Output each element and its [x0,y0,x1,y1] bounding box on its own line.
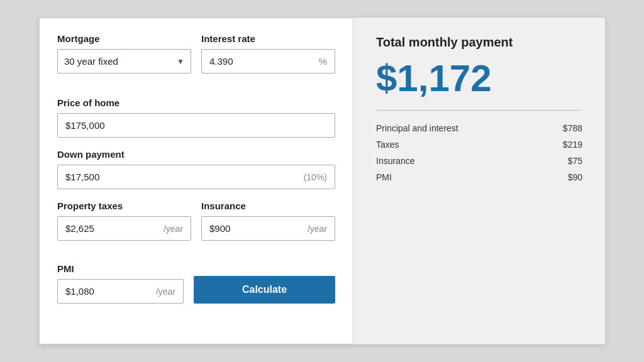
down-payment-label: Down payment [57,149,335,160]
chevron-down-icon: ▼ [177,57,184,66]
price-input[interactable] [65,120,327,131]
pmi-input[interactable] [65,286,151,297]
breakdown-label: Principal and interest [376,123,458,133]
pmi-input-box: /year [57,279,184,304]
taxes-unit: /year [164,224,183,234]
divider [376,110,582,111]
breakdown-value: $90 [568,172,582,182]
down-payment-percent: (10%) [304,172,327,182]
breakdown-row: Insurance $75 [376,156,582,166]
total-monthly-label: Total monthly payment [376,35,582,50]
breakdown-value: $788 [563,123,582,133]
pmi-label: PMI [57,263,184,274]
breakdown-label: Insurance [376,156,414,166]
breakdown-value: $75 [568,156,582,166]
breakdown-container: Principal and interest $788 Taxes $219 I… [376,123,582,182]
mortgage-label: Mortgage [57,33,191,44]
taxes-field: Property taxes /year [57,200,191,241]
breakdown-row: Principal and interest $788 [376,123,582,133]
taxes-input-box: /year [57,216,191,241]
breakdown-label: Taxes [376,140,399,150]
calculate-button[interactable]: Calculate [194,276,335,304]
interest-input-box: % [201,49,335,74]
interest-input[interactable] [209,56,319,67]
pmi-field: PMI /year [57,263,184,304]
breakdown-row: PMI $90 [376,172,582,182]
mortgage-select[interactable]: 30 year fixed ▼ [57,49,191,74]
calculator-wrapper: Mortgage 30 year fixed ▼ Interest rate %… [39,18,605,344]
tax-insurance-row: Property taxes /year Insurance /year [57,200,335,252]
down-payment-input-box: (10%) [57,165,335,189]
right-panel: Total monthly payment $1,172 Principal a… [353,18,605,344]
total-amount: $1,172 [376,60,582,97]
interest-label: Interest rate [201,33,335,44]
insurance-input-box: /year [201,216,335,241]
pmi-calc-row: PMI /year Calculate [57,263,335,304]
down-payment-input[interactable] [65,172,304,182]
mortgage-interest-row: Mortgage 30 year fixed ▼ Interest rate % [57,33,335,85]
price-field: Price of home [57,97,335,138]
insurance-field: Insurance /year [201,200,335,241]
interest-field: Interest rate % [201,33,335,74]
mortgage-value: 30 year fixed [64,56,118,67]
breakdown-value: $219 [563,140,582,150]
breakdown-label: PMI [376,172,392,182]
taxes-input[interactable] [65,223,158,234]
insurance-input[interactable] [209,223,303,234]
taxes-label: Property taxes [57,200,191,211]
left-panel: Mortgage 30 year fixed ▼ Interest rate %… [39,18,353,344]
percent-sign: % [319,56,327,67]
insurance-label: Insurance [201,200,335,211]
breakdown-row: Taxes $219 [376,140,582,150]
down-payment-field: Down payment (10%) [57,149,335,189]
insurance-unit: /year [308,224,327,234]
price-input-box [57,113,335,138]
mortgage-field: Mortgage 30 year fixed ▼ [57,33,191,74]
price-label: Price of home [57,97,335,108]
pmi-unit: /year [156,287,175,297]
